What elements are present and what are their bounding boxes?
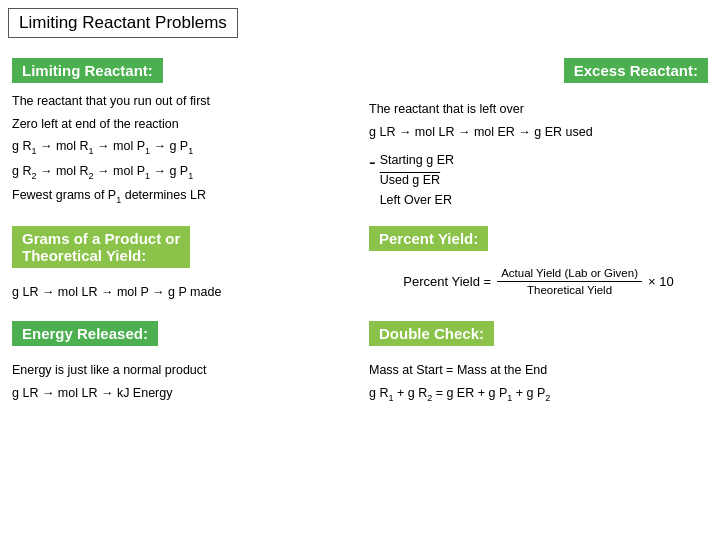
lr-line2: Zero left at end of the reaction — [12, 114, 351, 135]
page-title: Limiting Reactant Problems — [8, 8, 238, 38]
double-check-header: Double Check: — [369, 321, 494, 346]
minus-sign: - — [369, 150, 376, 174]
section-double-check: Double Check: Mass at Start = Mass at th… — [365, 315, 712, 417]
section-percent-yield: Percent Yield: Percent Yield = Actual Yi… — [365, 220, 712, 315]
content-grid: Limiting Reactant: The reactant that you… — [8, 52, 712, 417]
dc-line1: Mass at Start = Mass at the End — [369, 360, 708, 381]
excess-reactant-header: Excess Reactant: — [564, 58, 708, 83]
lr-line1: The reactant that you run out of first — [12, 91, 351, 112]
percent-yield-formula: Percent Yield = Actual Yield (Lab or Giv… — [369, 267, 708, 296]
percent-yield-header: Percent Yield: — [369, 226, 488, 251]
er-line1: The reactant that is left over — [369, 99, 708, 120]
subtraction-block: - Starting g ER Used g ER Left Over ER — [369, 150, 708, 210]
fraction-denominator: Theoretical Yield — [523, 282, 616, 296]
lr-line3: g R1 → mol R1 → mol P1 → g P1 — [12, 136, 351, 158]
lr-line5: Fewest grams of P1 determines LR — [12, 185, 351, 207]
sub-line1: Starting g ER — [380, 150, 454, 170]
multiplier: × 10 — [648, 274, 674, 289]
energy-released-header: Energy Released: — [12, 321, 158, 346]
section-excess-reactant: Excess Reactant: The reactant that is le… — [365, 52, 712, 220]
formula-box: Percent Yield = Actual Yield (Lab or Giv… — [403, 267, 673, 296]
formula-label: Percent Yield = — [403, 274, 491, 289]
lr-line4: g R2 → mol R2 → mol P1 → g P1 — [12, 161, 351, 183]
sub-line2: Used g ER — [380, 170, 454, 190]
page-wrapper: Limiting Reactant Problems Limiting Reac… — [0, 0, 720, 540]
subtraction-lines: Starting g ER Used g ER Left Over ER — [380, 150, 454, 210]
er2-line1: Energy is just like a normal product — [12, 360, 351, 381]
section-energy-released: Energy Released: Energy is just like a n… — [8, 315, 355, 417]
fraction-numerator: Actual Yield (Lab or Given) — [497, 267, 642, 282]
dc-line2: g R1 + g R2 = g ER + g P1 + g P2 — [369, 383, 708, 405]
section-limiting-reactant: Limiting Reactant: The reactant that you… — [8, 52, 355, 220]
sub-line3: Left Over ER — [380, 190, 454, 210]
section-grams-product: Grams of a Product orTheoretical Yield: … — [8, 220, 355, 315]
limiting-reactant-header: Limiting Reactant: — [12, 58, 163, 83]
er-line2: g LR → mol LR → mol ER → g ER used — [369, 122, 708, 143]
gp-line1: g LR → mol LR → mol P → g P made — [12, 282, 351, 303]
fraction: Actual Yield (Lab or Given) Theoretical … — [497, 267, 642, 296]
grams-product-header: Grams of a Product orTheoretical Yield: — [12, 226, 190, 268]
er2-line2: g LR → mol LR → kJ Energy — [12, 383, 351, 404]
